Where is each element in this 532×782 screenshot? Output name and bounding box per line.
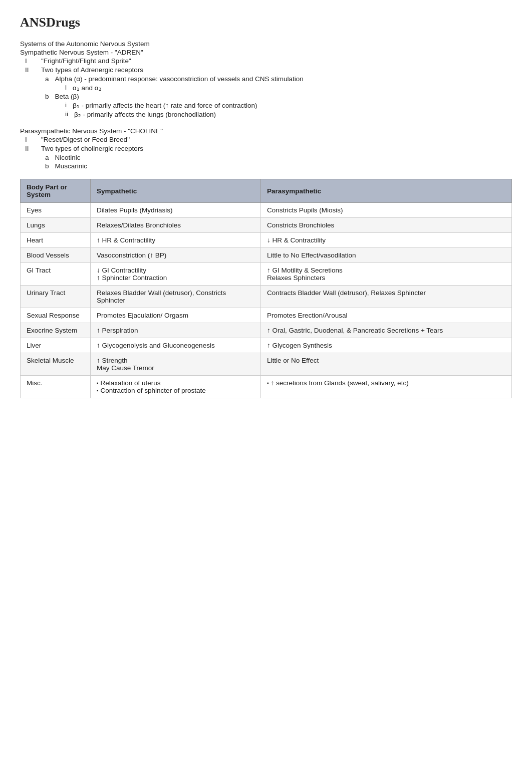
bullet-symbol: ▪ <box>267 380 269 386</box>
bullet-item: ▪Relaxation of uterus <box>97 379 254 387</box>
parasympathetic-outline: I "Reset/Digest or Feed Breed" II Two ty… <box>25 136 512 170</box>
cell-sympathetic: Vasoconstriction (↑ BP) <box>91 248 261 263</box>
cell-body-part: Eyes <box>21 203 91 218</box>
bullet-symbol: ▪ <box>97 388 99 393</box>
subsub-num-b-i: i <box>65 101 67 109</box>
table-row: GI Tract↓ GI Contractility↑ Sphincter Co… <box>21 263 512 286</box>
cell-body-part: Urinary Tract <box>21 286 91 308</box>
cell-sympathetic: Dilates Pupils (Mydriasis) <box>91 203 261 218</box>
outline-content-II: Two types of Adrenergic receptors <box>41 66 512 74</box>
outline-item-I: I "Fright/Fight/Flight and Sprite" <box>25 57 512 65</box>
para-sub-num-b: b <box>45 162 49 170</box>
outline-num-II: II <box>25 66 35 74</box>
para-outline-item-II: II Two types of cholinergic receptors <box>25 145 512 152</box>
col-header-parasympathetic: Parasympathetic <box>261 179 512 203</box>
col-header-sympathetic: Sympathetic <box>91 179 261 203</box>
cell-parasympathetic: ↑ Glycogen Synthesis <box>261 338 512 353</box>
para-outline-num-II: II <box>25 145 35 152</box>
table-row: Heart↑ HR & Contractility↓ HR & Contract… <box>21 233 512 248</box>
systems-line: Systems of the Autonomic Nervous System <box>20 40 512 48</box>
para-outline-content-II: Two types of cholinergic receptors <box>41 145 512 152</box>
cell-parasympathetic: Little or No Effect <box>261 353 512 376</box>
subsub-item-b-i: i β₁ - primarily affects the heart (↑ ra… <box>65 101 512 109</box>
bullet-item: ▪↑ secretions from Glands (sweat, saliva… <box>267 379 505 387</box>
sub-num-b: b <box>45 93 49 100</box>
para-outline-item-I: I "Reset/Digest or Feed Breed" <box>25 136 512 143</box>
table-row: LungsRelaxes/Dilates BronchiolesConstric… <box>21 218 512 233</box>
cell-sympathetic: Relaxes/Dilates Bronchioles <box>91 218 261 233</box>
cell-body-part: Skeletal Muscle <box>21 353 91 376</box>
bullet-text: Relaxation of uterus <box>101 379 161 387</box>
sympathetic-outline: I "Fright/Fight/Flight and Sprite" II Tw… <box>25 57 512 118</box>
subsub-content-b-i: β₁ - primarily affects the heart (↑ rate… <box>73 101 257 109</box>
sub-item-b: b Beta (β) <box>45 93 512 100</box>
subsub-num-a-i: i <box>65 84 67 92</box>
cell-sympathetic: Relaxes Bladder Wall (detrusor), Constri… <box>91 286 261 308</box>
ans-table: Body Part or System Sympathetic Parasymp… <box>20 179 512 398</box>
sympathetic-line: Sympathetic Nervous System - "ADREN" <box>20 49 512 56</box>
bullet-text: Contraction of sphincter of prostate <box>101 387 206 394</box>
cell-parasympathetic: Constricts Bronchioles <box>261 218 512 233</box>
cell-body-part: Sexual Response <box>21 308 91 323</box>
para-sub-content-b: Muscarinic <box>55 162 88 170</box>
para-outline-num-I: I <box>25 136 35 143</box>
para-sub-content-a: Nicotinic <box>55 154 81 161</box>
cell-parasympathetic: Constricts Pupils (Miosis) <box>261 203 512 218</box>
cell-parasympathetic: ↓ HR & Contractility <box>261 233 512 248</box>
col-header-body-part: Body Part or System <box>21 179 91 203</box>
subsub-content-b-ii: β₂ - primarily affects the lungs (bronch… <box>74 110 216 118</box>
table-row: Liver↑ Glycogenolysis and Gluconeogenesi… <box>21 338 512 353</box>
cell-sympathetic: ↑ StrengthMay Cause Tremor <box>91 353 261 376</box>
cell-sympathetic-line: May Cause Tremor <box>97 364 254 372</box>
table-row: Urinary TractRelaxes Bladder Wall (detru… <box>21 286 512 308</box>
subsub-item-a-i: i α₁ and α₂ <box>65 84 512 92</box>
outline-content-I: "Fright/Fight/Flight and Sprite" <box>41 57 512 65</box>
table-row: Sexual ResponsePromotes Ejaculation/ Org… <box>21 308 512 323</box>
para-outline-content-I: "Reset/Digest or Feed Breed" <box>41 136 512 143</box>
parasympathetic-section: Parasympathetic Nervous System - "CHOLIN… <box>20 127 512 170</box>
cell-parasympathetic-line: ↑ GI Motility & Secretions <box>267 267 505 274</box>
table-row: EyesDilates Pupils (Mydriasis)Constricts… <box>21 203 512 218</box>
subsub-num-b-ii: ii <box>65 110 68 118</box>
subsub-content-a-i: α₁ and α₂ <box>73 84 102 92</box>
page-title: ANSDrugs <box>20 15 512 30</box>
bullet-text: ↑ secretions from Glands (sweat, salivar… <box>271 379 409 387</box>
sub-content-a: Alpha (α) - predominant response: vasoco… <box>55 75 304 83</box>
para-sub-item-b: b Muscarinic <box>45 162 512 170</box>
cell-sympathetic-line: ↑ Sphincter Contraction <box>97 274 254 282</box>
para-sub-item-a: a Nicotinic <box>45 154 512 161</box>
cell-body-part: Blood Vessels <box>21 248 91 263</box>
outline-item-II: II Two types of Adrenergic receptors <box>25 66 512 74</box>
intro-section: Systems of the Autonomic Nervous System … <box>20 40 512 118</box>
table-header-row: Body Part or System Sympathetic Parasymp… <box>21 179 512 203</box>
outline-num-I: I <box>25 57 35 65</box>
cell-body-part: Misc. <box>21 376 91 398</box>
sub-item-a: a Alpha (α) - predominant response: vaso… <box>45 75 512 83</box>
cell-sympathetic-line: ↑ Strength <box>97 357 254 364</box>
cell-parasympathetic: ↑ Oral, Gastric, Duodenal, & Pancreatic … <box>261 323 512 338</box>
parasympathetic-line: Parasympathetic Nervous System - "CHOLIN… <box>20 127 512 135</box>
cell-parasympathetic: Promotes Erection/Arousal <box>261 308 512 323</box>
cell-parasympathetic: ▪↑ secretions from Glands (sweat, saliva… <box>261 376 512 398</box>
cell-parasympathetic-line: Relaxes Sphincters <box>267 274 505 282</box>
cell-body-part: Exocrine System <box>21 323 91 338</box>
table-row: Misc.▪Relaxation of uterus▪Contraction o… <box>21 376 512 398</box>
cell-sympathetic-line: ↓ GI Contractility <box>97 267 254 274</box>
table-row: Exocrine System↑ Perspiration↑ Oral, Gas… <box>21 323 512 338</box>
table-row: Blood VesselsVasoconstriction (↑ BP)Litt… <box>21 248 512 263</box>
table-row: Skeletal Muscle↑ StrengthMay Cause Tremo… <box>21 353 512 376</box>
cell-sympathetic: ↑ HR & Contractility <box>91 233 261 248</box>
cell-body-part: Lungs <box>21 218 91 233</box>
sub-content-b: Beta (β) <box>55 93 79 100</box>
cell-sympathetic: ↑ Glycogenolysis and Gluconeogenesis <box>91 338 261 353</box>
cell-parasympathetic: Contracts Bladder Wall (detrusor), Relax… <box>261 286 512 308</box>
cell-parasympathetic: Little to No Effect/vasodilation <box>261 248 512 263</box>
cell-sympathetic: ↓ GI Contractility↑ Sphincter Contractio… <box>91 263 261 286</box>
cell-parasympathetic: ↑ GI Motility & SecretionsRelaxes Sphinc… <box>261 263 512 286</box>
cell-body-part: Liver <box>21 338 91 353</box>
cell-body-part: Heart <box>21 233 91 248</box>
cell-body-part: GI Tract <box>21 263 91 286</box>
cell-sympathetic: ↑ Perspiration <box>91 323 261 338</box>
cell-sympathetic: ▪Relaxation of uterus▪Contraction of sph… <box>91 376 261 398</box>
sub-num-a: a <box>45 75 49 83</box>
